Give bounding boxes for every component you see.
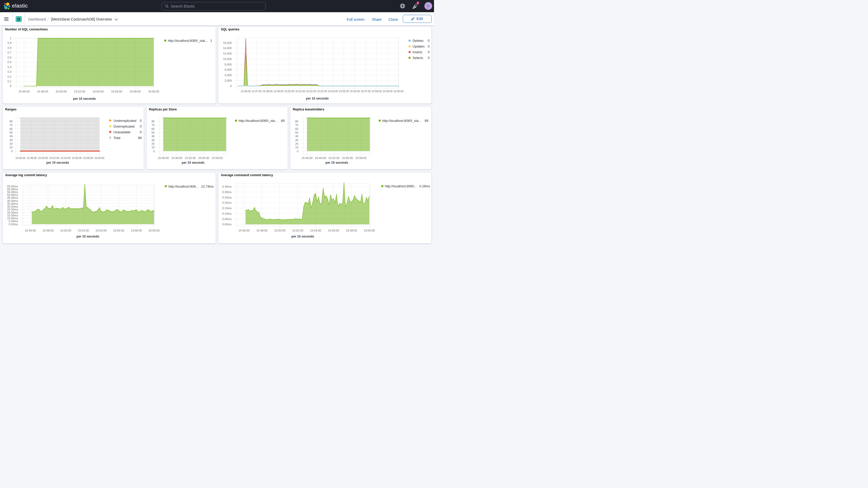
svg-text:0.20ms: 0.20ms [222,201,232,204]
svg-text:5.00ms: 5.00ms [8,220,18,223]
svg-text:1: 1 [210,39,212,42]
svg-text:0: 0 [140,125,142,128]
svg-text:16:00:00: 16:00:00 [148,229,160,232]
svg-text:22.74ms: 22.74ms [201,184,214,188]
svg-text:15:46:00: 15:46:00 [25,229,36,232]
svg-text:10,000: 10,000 [223,57,232,61]
svg-text:0: 0 [11,150,13,153]
svg-text:15:54:00: 15:54:00 [95,229,106,232]
svg-text:45.00ms: 45.00ms [7,196,18,199]
svg-text:0: 0 [428,45,430,48]
svg-text:60: 60 [151,127,154,130]
svg-text:Inserts: Inserts [413,51,422,54]
svg-text:15:48:00: 15:48:00 [27,157,37,159]
svg-text:15:50:00: 15:50:00 [274,229,286,232]
svg-text:0.35ms: 0.35ms [222,185,232,188]
svg-text:http://localhost:8080...: http://localhost:8080... [385,184,416,188]
svg-text:0.10ms: 0.10ms [222,212,232,215]
svg-text:15:58:00: 15:58:00 [131,229,142,232]
svg-text:0.7: 0.7 [7,51,11,54]
svg-text:http://localhost:8080/_stat...: http://localhost:8080/_stat... [168,39,208,42]
svg-text:15:55:00: 15:55:00 [198,156,209,159]
svg-text:4,000: 4,000 [224,73,232,77]
svg-text:15:50:00: 15:50:00 [60,229,71,232]
svg-text:per 10 seconds: per 10 seconds [291,234,314,238]
svg-text:16:00:00: 16:00:00 [364,229,375,232]
svg-text:89: 89 [425,119,428,123]
svg-text:50.00ms: 50.00ms [7,193,18,196]
svg-text:15:49:00: 15:49:00 [315,156,326,159]
svg-text:per 10 seconds: per 10 seconds [306,97,329,100]
svg-text:15:55:00: 15:55:00 [342,156,353,159]
svg-text:12,000: 12,000 [223,52,232,55]
svg-text:0: 0 [230,85,232,88]
svg-text:15:46:00: 15:46:00 [239,229,250,232]
svg-text:20: 20 [151,142,154,145]
svg-text:15:54:00: 15:54:00 [61,157,71,159]
svg-text:0.1: 0.1 [7,80,11,83]
svg-text:40: 40 [10,134,13,138]
svg-text:0.5: 0.5 [7,61,11,64]
svg-text:15:58:00: 15:58:00 [212,156,223,159]
svg-text:1: 1 [10,37,11,40]
svg-text:15:55:00: 15:55:00 [339,90,349,93]
svg-text:8,000: 8,000 [224,63,232,66]
svg-text:15:58:00: 15:58:00 [129,90,141,93]
svg-text:Updates: Updates [413,45,425,48]
svg-text:15:48:00: 15:48:00 [37,90,48,93]
svg-text:0: 0 [428,39,430,42]
svg-text:70: 70 [295,123,298,126]
svg-text:15:57:00: 15:57:00 [361,90,371,93]
svg-text:40.00ms: 40.00ms [7,199,18,202]
svg-text:6,000: 6,000 [224,68,232,71]
svg-text:30: 30 [295,139,298,142]
svg-text:16:00:00: 16:00:00 [394,90,404,93]
svg-text:Underreplicated: Underreplicated [114,119,136,123]
svg-text:15:56:00: 15:56:00 [72,157,82,159]
svg-text:40: 40 [151,134,154,138]
svg-text:15:54:00: 15:54:00 [310,229,321,232]
svg-text:0.3: 0.3 [7,70,11,73]
svg-text:0: 0 [428,51,430,54]
svg-text:0.30ms: 0.30ms [222,190,232,193]
svg-text:per 10 seconds: per 10 seconds [182,161,205,164]
svg-text:10: 10 [10,146,13,149]
svg-text:0: 0 [140,119,142,123]
svg-text:0.6: 0.6 [7,56,11,59]
svg-text:0: 0 [140,130,142,134]
svg-text:15:56:00: 15:56:00 [111,90,122,93]
svg-text:35.00ms: 35.00ms [7,202,18,205]
svg-text:15:52:00: 15:52:00 [185,156,196,159]
svg-text:15.00ms: 15.00ms [7,214,18,217]
svg-text:15:50:00: 15:50:00 [38,157,48,159]
svg-text:16,000: 16,000 [223,41,232,44]
svg-text:15:47:00: 15:47:00 [252,90,262,93]
svg-text:15:54:00: 15:54:00 [328,90,338,93]
svg-text:Overreplicated: Overreplicated [114,125,135,128]
svg-text:0.00ms: 0.00ms [222,223,232,226]
svg-text:0.26ms: 0.26ms [420,184,430,188]
svg-text:15:52:00: 15:52:00 [306,90,316,93]
svg-text:40: 40 [295,134,298,138]
svg-text:15:50:00: 15:50:00 [284,90,294,93]
svg-text:0.2: 0.2 [7,75,11,78]
svg-text:15:49:00: 15:49:00 [171,156,182,159]
svg-text:15:52:00: 15:52:00 [292,229,304,232]
svg-text:20: 20 [295,142,298,145]
svg-text:55.00ms: 55.00ms [7,190,18,193]
svg-text:10: 10 [151,146,154,149]
svg-text:15:52:00: 15:52:00 [49,157,59,159]
svg-text:50: 50 [10,131,13,134]
svg-text:http://localhost:808...: http://localhost:808... [168,184,198,188]
svg-text:60.00ms: 60.00ms [7,187,18,190]
svg-text:15:50:00: 15:50:00 [56,90,67,93]
svg-text:0.05ms: 0.05ms [222,217,232,220]
svg-text:15:58:00: 15:58:00 [372,90,382,93]
svg-text:70: 70 [151,123,154,126]
svg-text:15:53:00: 15:53:00 [317,90,327,93]
svg-text:15:48:00: 15:48:00 [256,229,268,232]
svg-text:15:48:00: 15:48:00 [42,229,54,232]
svg-text:15:46:00: 15:46:00 [19,90,30,93]
svg-text:30: 30 [10,139,13,142]
svg-text:14,000: 14,000 [223,47,232,50]
